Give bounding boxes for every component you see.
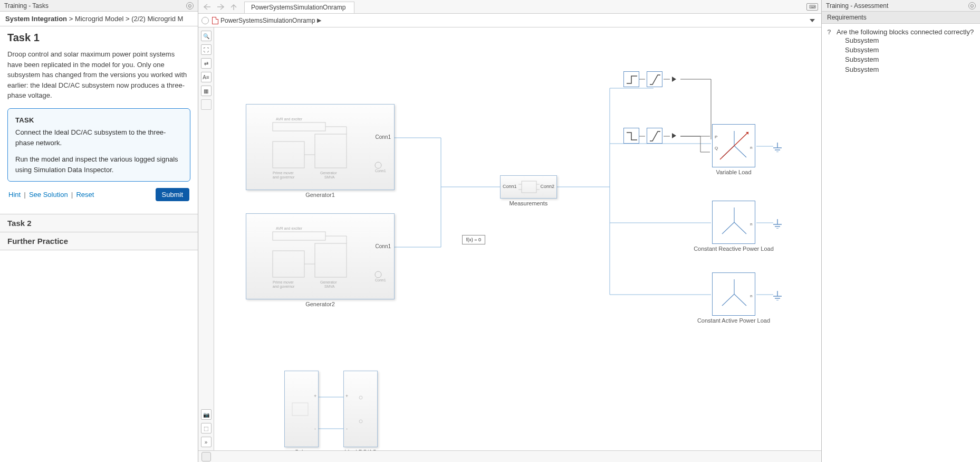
svg-rect-2 — [315, 134, 347, 168]
expand-tool-icon[interactable]: » — [201, 437, 212, 447]
svg-text:Generator: Generator — [320, 171, 337, 175]
solar-label: Solar — [285, 449, 318, 450]
task1-title: Task 1 — [7, 32, 190, 44]
block-saturation-2[interactable] — [647, 128, 662, 144]
minimize-icon-right[interactable]: ⊙ — [968, 2, 976, 10]
svg-text:Prime mover: Prime mover — [273, 280, 294, 284]
nav-forward-icon[interactable] — [215, 2, 226, 12]
model-canvas[interactable]: AVR and exciter Prime mover and governor… — [214, 27, 821, 450]
solver-label: f(x) = 0 — [466, 237, 481, 242]
svg-rect-0 — [273, 122, 325, 131]
gen1-port-label: Conn1 — [376, 134, 391, 140]
tasks-panel-title: Training - Tasks — [4, 2, 49, 10]
varload-label: Variable Load — [691, 169, 776, 175]
further-practice-header[interactable]: Further Practice — [0, 232, 198, 250]
breadcrumb-dropdown-icon[interactable] — [810, 19, 815, 22]
svg-line-52 — [734, 294, 746, 306]
svg-line-40 — [734, 146, 746, 157]
svg-point-36 — [359, 396, 362, 399]
svg-text:Prime mover: Prime mover — [273, 171, 294, 175]
fit-tool-icon[interactable]: ⛶ — [201, 44, 212, 55]
empty-tool-icon[interactable] — [201, 99, 212, 110]
gen1-label: Generator1 — [246, 192, 394, 198]
nav-up-icon[interactable] — [228, 2, 239, 12]
block-variable-load[interactable]: P Q n Variable Load — [712, 124, 755, 167]
block-solar[interactable]: + - Solar — [284, 371, 319, 447]
assessment-sub-1: Subsystem — [845, 36, 975, 45]
reset-link[interactable]: Reset — [76, 191, 94, 199]
toggle-tool-icon[interactable]: ⇄ — [201, 58, 212, 69]
assessment-sub-4: Subsystem — [845, 65, 975, 74]
svg-line-48 — [734, 222, 746, 234]
breadcrumb-root[interactable]: System Integration — [5, 15, 67, 23]
model-breadcrumb-root[interactable]: PowerSystemsSimulationOnramp — [220, 17, 315, 24]
canvas-toolbar: 🔍 ⛶ ⇄ A≡ ▦ 📷 ⬚ » — [198, 27, 214, 450]
submit-button[interactable]: Submit — [156, 188, 189, 201]
svg-text:Conn1: Conn1 — [375, 278, 386, 282]
breadcrumb-mid[interactable]: Microgrid Model — [75, 15, 123, 23]
task-box-p1: Connect the Ideal DC/AC subsystem to the… — [15, 127, 182, 148]
assessment-panel-title: Training - Assessment — [826, 2, 888, 10]
block-step-source-2[interactable] — [623, 128, 639, 144]
block-cactive-load[interactable]: n Constant Active Power Load — [712, 272, 755, 316]
status-bar — [198, 450, 821, 462]
svg-rect-26 — [522, 181, 536, 193]
svg-point-3 — [375, 162, 381, 168]
status-button[interactable] — [201, 452, 211, 461]
see-solution-link[interactable]: See Solution — [29, 191, 68, 199]
task-box-title: TASK — [15, 115, 182, 126]
keyboard-icon[interactable]: ⌨ — [806, 3, 818, 11]
meas-port-in: Conn1 — [503, 184, 517, 189]
zoom-tool-icon[interactable]: 🔍 — [201, 31, 212, 41]
record-tool-icon[interactable]: ⬚ — [201, 423, 212, 433]
annotate-tool-icon[interactable]: A≡ — [201, 72, 212, 82]
snapshot-tool-icon[interactable]: 📷 — [201, 409, 212, 420]
svg-text:SMVA: SMVA — [324, 175, 335, 179]
ground-icon-2 — [773, 219, 782, 229]
idealdcac-label: Ideal DC/AC — [341, 449, 381, 450]
svg-point-16 — [375, 271, 381, 278]
task-box-p2: Run the model and inspect the various lo… — [15, 154, 182, 175]
task2-header[interactable]: Task 2 — [0, 214, 198, 232]
svg-text:+: + — [314, 393, 316, 399]
block-saturation-1[interactable] — [647, 71, 662, 87]
model-doc-icon — [212, 17, 218, 24]
gen2-port-label: Conn1 — [376, 243, 391, 249]
block-creactive-load[interactable]: n Constant Reactive Power Load — [712, 201, 755, 244]
nav-bar: PowerSystemsSimulationOnramp ⌨ — [198, 0, 821, 14]
block-solver[interactable]: f(x) = 0 — [462, 235, 485, 244]
task1-body: Task 1 Droop control and solar maximum p… — [0, 26, 198, 214]
svg-text:SMVA: SMVA — [324, 285, 335, 288]
tasks-panel-header: Training - Tasks ⊙ — [0, 0, 198, 12]
svg-text:n: n — [750, 222, 752, 227]
block-measurements[interactable]: Conn1 Conn2 Measurements — [500, 175, 557, 199]
workspace: 🔍 ⛶ ⇄ A≡ ▦ 📷 ⬚ » — [198, 27, 821, 450]
block-step-source-1[interactable] — [623, 71, 639, 87]
task-actions: Hint | See Solution | Reset Submit — [7, 182, 190, 209]
block-generator1[interactable]: AVR and exciter Prime mover and governor… — [246, 104, 395, 190]
svg-text:Conn1: Conn1 — [375, 169, 386, 173]
model-tab[interactable]: PowerSystemsSimulationOnramp — [244, 2, 354, 13]
model-selector-icon[interactable] — [201, 17, 209, 24]
svg-text:n: n — [750, 294, 752, 298]
meas-label: Measurements — [501, 200, 556, 206]
svg-text:AVR and exciter: AVR and exciter — [276, 227, 303, 230]
minimize-icon[interactable]: ⊙ — [186, 2, 194, 10]
model-tab-label: PowerSystemsSimulationOnramp — [251, 4, 345, 11]
svg-line-51 — [722, 294, 734, 306]
assessment-panel: Training - Assessment ⊙ Requirements ? A… — [822, 0, 980, 462]
svg-text:P: P — [715, 135, 717, 139]
svg-rect-1 — [273, 142, 304, 168]
svg-rect-33 — [292, 403, 308, 416]
chevron-right-icon: ▶ — [317, 17, 321, 24]
creactive-label: Constant Reactive Power Load — [691, 246, 776, 252]
svg-text:and governor: and governor — [273, 175, 295, 180]
nav-back-icon[interactable] — [201, 2, 213, 12]
question-mark-icon: ? — [827, 28, 833, 36]
block-ideal-dcac[interactable]: + - Ideal DC/AC — [343, 371, 378, 447]
hint-link[interactable]: Hint — [8, 191, 21, 199]
block-generator2[interactable]: AVR and exciter Prime mover and governor… — [246, 213, 395, 299]
svg-rect-13 — [273, 232, 325, 240]
cactive-label: Constant Active Power Load — [691, 317, 776, 324]
image-tool-icon[interactable]: ▦ — [201, 86, 212, 96]
